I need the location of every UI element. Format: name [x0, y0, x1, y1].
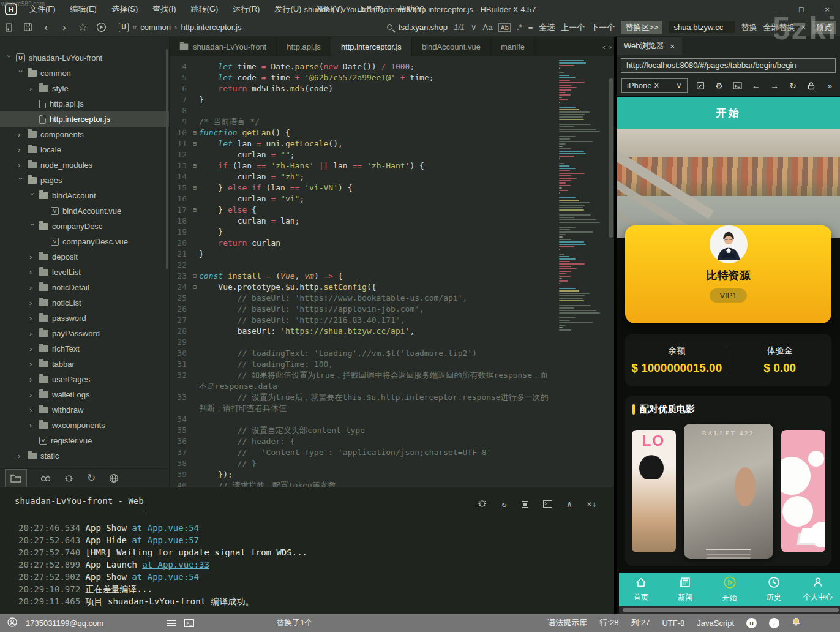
tree-item-bindAccount[interactable]: ›bindAccount — [0, 188, 169, 203]
console-terminal-icon[interactable]: >_ — [543, 500, 552, 508]
console-restart-icon[interactable]: ↻ — [501, 499, 506, 509]
syntax-lib-item[interactable]: 语法提示库 — [547, 617, 587, 628]
previous-match-button[interactable]: 上一个 — [561, 22, 585, 33]
tree-item-password[interactable]: ›password — [0, 310, 169, 326]
tree-item-wxcomponents[interactable]: ›wxcomponents — [0, 418, 169, 433]
minimap[interactable] — [559, 60, 607, 332]
poster-carousel[interactable]: LOBALLET 422 — [632, 423, 824, 559]
editor-scrollbar[interactable] — [608, 56, 614, 487]
url-input[interactable] — [621, 58, 836, 73]
search-dropdown-icon[interactable]: ∨ — [471, 23, 477, 32]
sidebar-scrollbar[interactable] — [166, 49, 168, 269]
fold-icon[interactable]: ⊟ — [190, 205, 199, 216]
update-icon[interactable]: u — [746, 618, 757, 628]
new-file-button[interactable] — [0, 19, 18, 36]
maximize-button[interactable]: □ — [789, 0, 814, 18]
fold-icon[interactable]: ⊟ — [190, 127, 199, 138]
movie-poster[interactable] — [781, 430, 825, 552]
tab-scroll-left-icon[interactable]: ‹ — [602, 42, 605, 51]
breadcrumb-file[interactable]: http.interceptor.js — [181, 23, 241, 32]
tree-item-withdraw[interactable]: ›withdraw — [0, 402, 169, 418]
download-icon[interactable]: ↓ — [769, 618, 779, 628]
fold-icon[interactable]: ⊟ — [190, 160, 199, 171]
tree-item-companyDesc.vue[interactable]: VcompanyDesc.vue — [0, 234, 169, 249]
web-browser-tab[interactable]: Web浏览器 × — [617, 37, 682, 55]
devtools-console-icon[interactable] — [732, 82, 743, 89]
search-input[interactable]: tsd.xyan.shop — [399, 23, 448, 32]
tree-item-payPassword[interactable]: ›payPassword — [0, 326, 169, 341]
browser-refresh-icon[interactable]: ↻ — [788, 81, 798, 91]
menu-item[interactable]: 发行(U) — [268, 1, 307, 17]
device-select[interactable]: iPhone X ∨ — [621, 78, 688, 93]
notification-bell-icon[interactable] — [792, 617, 801, 628]
replace-zone-toggle[interactable]: 替换区>> — [621, 21, 662, 34]
debug-panel-icon[interactable] — [64, 473, 73, 483]
select-all-button[interactable]: 全选 — [539, 22, 555, 33]
encoding-item[interactable]: UTF-8 — [662, 619, 684, 628]
menu-item[interactable]: 编辑(E) — [64, 1, 103, 17]
replace-all-button[interactable]: 全部替换 — [763, 22, 795, 33]
editor-tab-http.interceptor.js[interactable]: http.interceptor.js — [331, 37, 412, 56]
console-clear-icon[interactable]: ×↓ — [587, 499, 597, 509]
log-source-link[interactable]: at App.vue:57 — [132, 535, 199, 545]
movie-poster[interactable]: BALLET 422 — [684, 424, 773, 559]
menu-item[interactable]: 工具(T) — [351, 1, 390, 17]
app-tab-开始[interactable]: 开始 — [707, 573, 751, 606]
tree-item-companyDesc[interactable]: ›companyDesc — [0, 219, 169, 234]
movie-poster[interactable]: LO — [632, 430, 676, 552]
replace-button[interactable]: 替换 — [741, 22, 757, 33]
regex-toggle[interactable]: .* — [517, 23, 522, 32]
nav-back-button[interactable]: ‹ — [37, 19, 55, 36]
tree-item-http.api.js[interactable]: http.api.js — [0, 96, 169, 111]
tree-item-shuadan-LvYou-front[interactable]: ›Ushuadan-LvYou-front — [0, 50, 169, 66]
menu-item[interactable]: 跳转(G) — [185, 1, 225, 17]
tree-item-userPages[interactable]: ›userPages — [0, 372, 169, 387]
lock-icon[interactable] — [806, 81, 817, 90]
language-mode-item[interactable]: JavaScript — [697, 619, 734, 628]
account-email[interactable]: 1735031199@qq.com — [26, 619, 103, 628]
replace-input[interactable]: shua.btzyw.cc — [669, 21, 735, 33]
web-panel-icon[interactable] — [109, 473, 119, 483]
settings-gear-icon[interactable]: ⚙ — [714, 81, 724, 91]
search-panel-icon[interactable] — [40, 474, 51, 483]
multiline-toggle[interactable]: ≡ — [528, 23, 533, 32]
preview-tab-close-icon[interactable]: × — [670, 42, 675, 51]
tree-item-register.vue[interactable]: Vregister.vue — [0, 433, 169, 448]
breadcrumb-section[interactable]: common — [140, 23, 171, 32]
minimize-button[interactable]: — — [763, 0, 789, 18]
tree-item-noticDetail[interactable]: ›noticDetail — [0, 280, 169, 295]
tree-item-tabbar[interactable]: ›tabbar — [0, 356, 169, 372]
log-source-link[interactable]: at App.vue:54 — [132, 523, 199, 533]
tree-item-style[interactable]: ›style — [0, 81, 169, 96]
preview-replace-button[interactable]: 预览 — [812, 21, 836, 34]
editor-tab-http.api.js[interactable]: http.api.js — [277, 37, 331, 56]
close-button[interactable]: × — [814, 0, 840, 18]
tree-item-static[interactable]: ›static — [0, 448, 169, 464]
match-case-toggle[interactable]: Aa — [483, 23, 493, 32]
tree-item-walletLogs[interactable]: ›walletLogs — [0, 387, 169, 402]
tab-scroll-right-icon[interactable]: › — [609, 42, 612, 51]
preview-bottom-scrollbar[interactable] — [619, 606, 840, 614]
console-debug-icon[interactable] — [478, 498, 487, 510]
sync-panel-icon[interactable]: ↻ — [87, 472, 96, 484]
profile-card[interactable]: 比特资源 VIP1 — [625, 225, 831, 323]
run-button[interactable] — [92, 19, 110, 36]
menu-item[interactable]: 帮助(Y) — [392, 1, 430, 17]
menu-item[interactable]: 查找(I) — [146, 1, 182, 17]
close-search-button[interactable]: × — [801, 23, 806, 32]
fold-icon[interactable]: ⊟ — [190, 138, 199, 149]
editor-scrollbar-thumb[interactable] — [609, 78, 613, 238]
cursor-line-item[interactable]: 行:28 — [599, 617, 618, 628]
save-button[interactable] — [18, 19, 37, 36]
breadcrumb-collapse-icon[interactable]: « — [132, 23, 137, 32]
code-editor[interactable]: 4 let time = Date.parse(new Date()) / 10… — [170, 56, 614, 487]
tree-item-noticList[interactable]: ›noticList — [0, 295, 169, 310]
tree-item-deposit[interactable]: ›deposit — [0, 249, 169, 265]
fold-icon[interactable]: ⊟ — [190, 182, 199, 194]
tree-item-http.interceptor.js[interactable]: http.interceptor.js — [0, 111, 169, 127]
menu-item[interactable]: 选择(S) — [105, 1, 144, 17]
tree-item-locale[interactable]: ›locale — [0, 142, 169, 157]
tree-item-bindAccount.vue[interactable]: VbindAccount.vue — [0, 203, 169, 219]
cursor-col-item[interactable]: 列:27 — [631, 617, 650, 628]
app-tab-个人中心[interactable]: 个人中心 — [796, 573, 840, 606]
